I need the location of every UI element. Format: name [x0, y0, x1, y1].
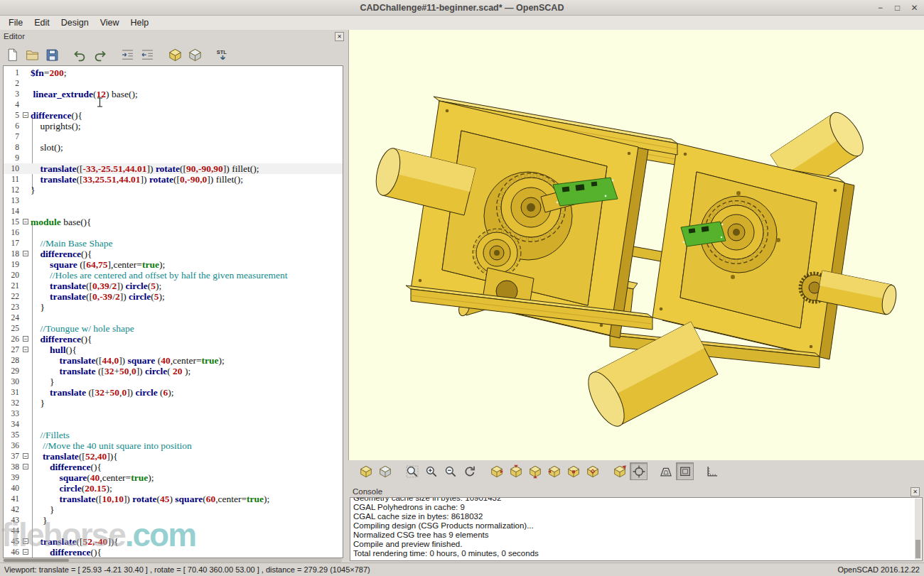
minimize-icon[interactable]: − [875, 3, 886, 13]
editor-panel-close-icon[interactable]: ✕ [335, 32, 344, 41]
zoom-out-button[interactable] [441, 462, 459, 480]
code-line[interactable]: 31 translate ([32+50,0]) circle (6); [4, 387, 343, 398]
code-line[interactable]: 23 } [4, 302, 343, 313]
menu-design[interactable]: Design [55, 16, 95, 29]
view-back-button[interactable] [584, 462, 601, 480]
code-line[interactable]: 36 //Move the 40 unit square into positi… [4, 440, 343, 451]
fold-marker[interactable]: − [21, 110, 31, 121]
perspective-button[interactable] [657, 462, 675, 480]
view-left-button[interactable] [545, 462, 563, 480]
code-line[interactable]: 7 [4, 131, 343, 142]
code-line[interactable]: 9 [4, 153, 343, 163]
fold-marker[interactable]: − [21, 462, 31, 472]
code-line[interactable]: 26− difference(){ [4, 334, 343, 344]
code-line[interactable]: 21 translate([0,39/2]) circle(5); [4, 281, 343, 291]
menu-help[interactable]: Help [125, 16, 155, 29]
view-diagonal-button[interactable] [611, 462, 628, 480]
fold-marker[interactable]: − [21, 249, 31, 259]
close-icon[interactable]: ✕ [909, 3, 920, 13]
render-button[interactable] [186, 45, 204, 64]
code-line[interactable]: 44 [4, 526, 343, 536]
view-bottom-button[interactable] [526, 462, 544, 480]
code-line[interactable]: 13 [4, 195, 343, 206]
code-line[interactable]: 25 //Toungue w/ hole shape [4, 323, 343, 334]
console-close-icon[interactable]: ✕ [910, 487, 920, 496]
fold-marker[interactable]: − [21, 344, 31, 355]
reset-view-button[interactable] [461, 462, 478, 480]
code-line[interactable]: 27− hull(){ [4, 344, 343, 355]
undo-button[interactable] [70, 45, 89, 64]
code-line[interactable]: 30 } [4, 376, 343, 387]
menu-file[interactable]: File [3, 16, 28, 29]
code-line[interactable]: 6 uprights(); [4, 121, 343, 131]
code-line[interactable]: 19 square ([64,75],center=true); [4, 259, 343, 270]
new-file-button[interactable] [3, 45, 21, 64]
fold-marker[interactable]: − [21, 536, 31, 547]
window-title: CADChallenge#11-beginner.scad* — OpenSCA… [360, 3, 564, 13]
code-line[interactable]: 34 [4, 419, 343, 430]
view-right-button[interactable] [488, 462, 505, 480]
code-line[interactable]: 38− difference(){ [4, 462, 343, 472]
code-line[interactable]: 20 //Holes are centered and offset by ha… [4, 270, 343, 281]
code-line[interactable]: 8 slot(); [4, 142, 343, 153]
viewport-3d[interactable] [348, 30, 924, 460]
scale-markers-button[interactable] [703, 462, 721, 480]
fold-marker[interactable]: − [21, 217, 31, 227]
code-line[interactable]: 32 } [4, 398, 343, 408]
code-line[interactable]: 12} [4, 185, 343, 195]
menu-edit[interactable]: Edit [28, 16, 55, 29]
console-output[interactable]: Geometry cache size in bytes: 10901432CG… [350, 497, 923, 561]
code-line[interactable]: 41 translate([10,10]) rotate(45) square(… [4, 494, 343, 504]
code-line[interactable]: 29 translate ([32+50,0]) circle( 20 ); [4, 366, 343, 376]
view-center-button[interactable] [630, 462, 648, 480]
export-stl-button[interactable]: STL [213, 45, 232, 64]
code-line[interactable]: 40 circle(20.15); [4, 483, 343, 494]
fold-marker[interactable]: − [21, 451, 31, 462]
code-line[interactable]: 15−module base(){ [4, 217, 343, 227]
redo-button[interactable] [90, 45, 109, 64]
open-button[interactable] [23, 45, 41, 64]
code-line[interactable]: 22 translate([0,-39/2]) circle(5); [4, 291, 343, 302]
view-render-button[interactable] [376, 462, 394, 480]
code-line[interactable]: 1$fn=200; [4, 67, 343, 78]
code-line[interactable]: 24 [4, 313, 343, 323]
scrollbar-thumb[interactable] [915, 540, 920, 558]
code-line[interactable]: 35 //Fillets [4, 430, 343, 440]
view-preview-button[interactable] [357, 462, 375, 480]
view-top-button[interactable] [507, 462, 525, 480]
save-button[interactable] [43, 45, 61, 64]
console-scrollbar[interactable] [915, 499, 921, 560]
code-line[interactable]: 10 translate([-33,-25.51,44.01]) rotate(… [4, 163, 343, 174]
orthogonal-button[interactable] [676, 462, 694, 480]
code-line[interactable]: 5−difference(){ [4, 110, 343, 121]
code-line[interactable]: 28 translate([44,0]) square (40,center=t… [4, 355, 343, 366]
maximize-icon[interactable]: □ [892, 3, 903, 13]
code-line[interactable]: 33 [4, 408, 343, 419]
code-line[interactable]: 46− difference(){ [4, 547, 343, 558]
indent-button[interactable] [118, 45, 136, 64]
code-line[interactable]: 39 square(40,center=true); [4, 472, 343, 483]
fold-marker[interactable]: − [21, 547, 31, 558]
code-line[interactable]: 4 [4, 99, 343, 110]
code-line[interactable]: 16 [4, 227, 343, 238]
menu-view[interactable]: View [95, 16, 125, 29]
zoom-in-button[interactable] [422, 462, 440, 480]
fold-marker[interactable]: − [21, 334, 31, 344]
unindent-button[interactable] [138, 45, 156, 64]
code-line[interactable]: 45− translate([52,-40]){ [4, 536, 343, 547]
code-line[interactable]: 43 } [4, 515, 343, 526]
code-line[interactable]: 2 [4, 78, 343, 89]
zoom-all-button[interactable] [403, 462, 421, 480]
code-line[interactable]: 17 //Main Base Shape [4, 238, 343, 249]
scrollbar-thumb[interactable] [4, 559, 69, 562]
code-line[interactable]: 42 } [4, 504, 343, 515]
editor-toolbar: STL [3, 44, 233, 65]
code-line[interactable]: 37− translate([52,40]){ [4, 451, 343, 462]
code-line[interactable]: 14 [4, 206, 343, 217]
code-line[interactable]: 18− difference(){ [4, 249, 343, 259]
code-editor[interactable]: 1$fn=200;23 linear_extrude(12) base();45… [3, 65, 343, 558]
preview-button[interactable] [166, 45, 184, 64]
code-line[interactable]: 3 linear_extrude(12) base(); [4, 89, 343, 99]
code-line[interactable]: 11 translate([33,25.51,44.01]) rotate([0… [4, 174, 343, 185]
view-front-button[interactable] [564, 462, 582, 480]
